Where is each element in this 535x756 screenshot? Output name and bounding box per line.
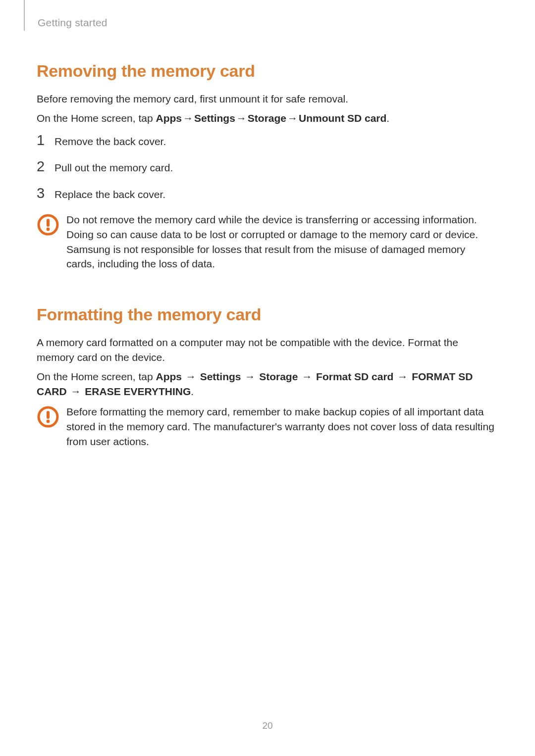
caution-icon: [37, 405, 59, 428]
path-step: Format SD card: [316, 371, 393, 382]
section2-intro: A memory card formatted on a computer ma…: [37, 335, 498, 364]
step-item: 2 Pull out the memory card.: [37, 159, 498, 175]
section1-path: On the Home screen, tap Apps→Settings→St…: [37, 111, 498, 126]
step-text: Replace the back cover.: [54, 187, 165, 202]
arrow-icon: →: [302, 371, 312, 382]
section-heading-removing: Removing the memory card: [37, 61, 498, 81]
step-text: Pull out the memory card.: [54, 160, 173, 175]
step-number: 3: [37, 186, 54, 201]
page-content: Removing the memory card Before removing…: [37, 16, 498, 449]
step-number: 2: [37, 159, 54, 174]
arrow-icon: →: [245, 371, 255, 382]
section1-steps: 1 Remove the back cover. 2 Pull out the …: [37, 133, 498, 202]
warning-text: Do not remove the memory card while the …: [66, 212, 498, 271]
arrow-icon: →: [287, 112, 298, 124]
step-item: 3 Replace the back cover.: [37, 186, 498, 202]
path-suffix: .: [191, 386, 194, 397]
section2-warning: Before formatting the memory card, remem…: [37, 404, 498, 449]
svg-rect-1: [47, 219, 50, 227]
path-step: Unmount SD card: [299, 112, 386, 124]
warning-text: Before formatting the memory card, remem…: [66, 404, 498, 449]
arrow-icon: →: [71, 386, 81, 397]
path-step: Storage: [259, 371, 298, 382]
section2-path: On the Home screen, tap Apps → Settings …: [37, 369, 498, 400]
path-step: Apps: [156, 371, 182, 382]
section-heading-formatting: Formatting the memory card: [37, 305, 498, 324]
page: Getting started Removing the memory card…: [0, 0, 535, 756]
svg-point-2: [47, 228, 50, 231]
caution-icon: [37, 213, 59, 236]
chapter-label: Getting started: [38, 17, 107, 29]
path-step: ERASE EVERYTHING: [85, 386, 191, 397]
page-number: 20: [0, 720, 535, 731]
path-prefix: On the Home screen, tap: [37, 112, 156, 124]
arrow-icon: →: [183, 112, 193, 124]
arrow-icon: →: [397, 371, 408, 382]
section1-intro: Before removing the memory card, first u…: [37, 92, 498, 106]
svg-rect-4: [47, 411, 50, 419]
path-step: Settings: [194, 112, 235, 124]
path-step: Settings: [200, 371, 241, 382]
arrow-icon: →: [186, 371, 196, 382]
section1-warning: Do not remove the memory card while the …: [37, 212, 498, 271]
step-number: 1: [37, 133, 54, 148]
svg-point-5: [47, 420, 50, 423]
path-prefix: On the Home screen, tap: [37, 371, 156, 382]
chapter-rule: [24, 0, 25, 31]
step-item: 1 Remove the back cover.: [37, 133, 498, 149]
arrow-icon: →: [236, 112, 247, 124]
path-step: Apps: [156, 112, 182, 124]
path-step: Storage: [248, 112, 286, 124]
path-suffix: .: [386, 112, 389, 124]
step-text: Remove the back cover.: [54, 134, 166, 149]
